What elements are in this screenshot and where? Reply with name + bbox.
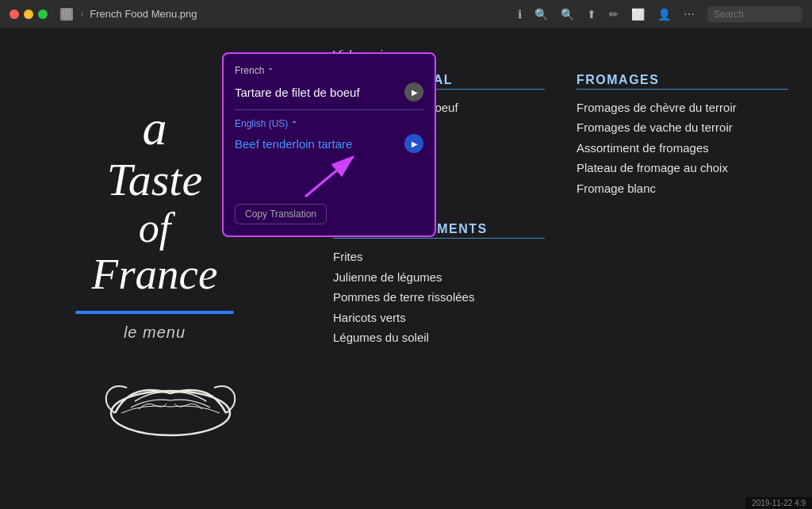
source-play-button[interactable]: ▶ [404, 82, 423, 101]
zoom-out-icon[interactable]: 🔍 [534, 8, 548, 21]
accomp-frites: Frites [333, 247, 545, 267]
close-button[interactable] [10, 10, 19, 19]
translation-play-icon: ▶ [412, 140, 418, 148]
traffic-lights [10, 10, 48, 19]
share-icon[interactable]: ⬆ [587, 8, 596, 21]
account-icon[interactable]: 👤 [657, 8, 671, 21]
search-input[interactable] [707, 6, 802, 22]
accomp-haricots: Haricots verts [333, 308, 545, 328]
croissant-illustration [91, 358, 218, 437]
maximize-button[interactable] [38, 10, 48, 19]
menu-subtitle: le menu [124, 323, 186, 342]
popup-divider [235, 109, 423, 110]
target-lang-chevron: ⌃ [291, 120, 297, 128]
source-lang-chevron: ⌃ [267, 67, 274, 75]
info-icon[interactable]: ℹ [518, 8, 522, 21]
accomp-pommes: Pommes de terre rissolées [333, 287, 545, 308]
target-lang-row: English (US) ⌃ [235, 118, 423, 129]
file-icon [60, 8, 73, 21]
accompagnements-section: ACCOMPAGNEMENTS Frites Julienne de légum… [333, 222, 545, 348]
titlebar-chevron: › [81, 10, 83, 18]
title-a: a [92, 101, 218, 155]
translation-play-button[interactable]: ▶ [404, 134, 423, 153]
popup-arrow-area [235, 153, 423, 201]
svg-line-6 [305, 157, 353, 197]
title-of: of [92, 205, 218, 251]
fromages-assortiment: Assortiment de fromages [576, 138, 788, 159]
source-text: Tartare de filet de boeuf [235, 86, 404, 99]
zoom-in-icon[interactable]: 🔍 [561, 8, 574, 21]
titlebar: › French Food Menu.png ℹ 🔍 🔍 ⬆ ✏ ⬜ 👤 ⋯ [0, 0, 812, 29]
fromages-vache: Fromages de vache du terroir [576, 117, 788, 138]
accomp-julienne: Julienne de légumes [333, 267, 545, 288]
fromages-section: FROMAGES Fromages de chèvre du terroir F… [576, 73, 788, 199]
main-content: a Taste of France le menu [0, 29, 812, 509]
source-lang-label: French ⌃ [235, 65, 274, 76]
arrow-graphic [289, 149, 369, 205]
titlebar-filename: French Food Menu.png [90, 8, 197, 20]
source-lang-text: French [235, 65, 264, 76]
more-icon[interactable]: ⋯ [684, 8, 695, 21]
titlebar-tools: ℹ 🔍 🔍 ⬆ ✏ ⬜ 👤 ⋯ [518, 6, 802, 22]
markup-icon[interactable]: ✏ [609, 8, 619, 21]
menu-title: a Taste of France [92, 101, 218, 299]
accomp-legumes: Légumes du soleil [333, 327, 545, 348]
timestamp: 2019-11-22 4:9 [752, 499, 806, 507]
source-lang-row: French ⌃ [235, 65, 423, 76]
minimize-button[interactable] [24, 10, 33, 19]
fromages-chevre: Fromages de chèvre du terroir [576, 98, 788, 118]
translation-text: Beef tenderloin tartare [235, 137, 352, 151]
fromages-blanc: Fromage blanc [576, 178, 788, 199]
blue-underline [75, 311, 234, 314]
window-icon[interactable]: ⬜ [631, 8, 645, 21]
play-icon: ▶ [412, 88, 418, 97]
fromages-heading: FROMAGES [576, 73, 788, 90]
translation-popup: French ⌃ Tartare de filet de boeuf ▶ Eng… [222, 52, 436, 237]
target-lang-text: English (US) [235, 118, 288, 129]
fromages-plateau: Plateau de fromage au choix [576, 158, 788, 178]
bottom-bar: 2019-11-22 4:9 [745, 497, 812, 509]
title-taste: Taste [92, 155, 218, 205]
copy-translation-button[interactable]: Copy Translation [235, 204, 327, 224]
title-france: France [92, 251, 218, 299]
